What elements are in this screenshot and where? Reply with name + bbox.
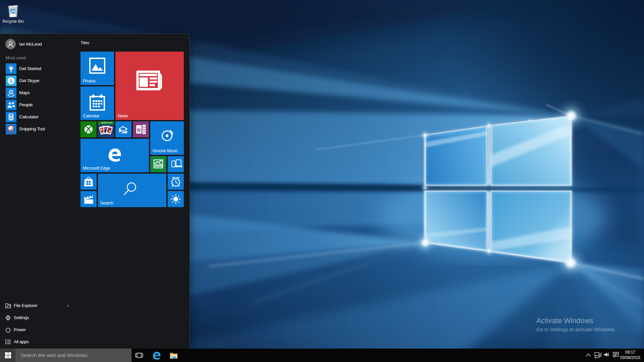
svg-text:S: S bbox=[9, 78, 13, 84]
svg-text:N: N bbox=[137, 127, 141, 133]
svg-text:XBOX LIVE: XBOX LIVE bbox=[104, 122, 112, 124]
